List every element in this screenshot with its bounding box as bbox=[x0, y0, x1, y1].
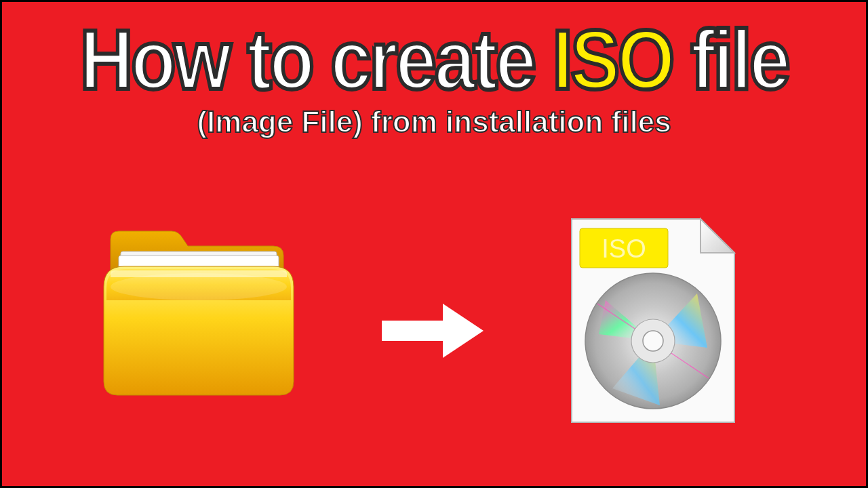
title-highlight: ISO bbox=[552, 13, 672, 106]
folder-icon bbox=[97, 226, 300, 402]
subtitle: (Image File) from installation files bbox=[2, 105, 866, 139]
iso-label: ISO bbox=[601, 235, 646, 263]
svg-point-2 bbox=[111, 273, 287, 300]
title-section: How to create ISO file (Image File) from… bbox=[2, 2, 866, 139]
main-title: How to create ISO file bbox=[54, 16, 814, 104]
iso-file-icon: ISO bbox=[565, 212, 741, 429]
illustration: ISO bbox=[2, 205, 866, 463]
arrow-icon bbox=[378, 300, 487, 361]
title-part1: How to create bbox=[80, 13, 553, 106]
svg-point-6 bbox=[643, 331, 663, 351]
title-part2: file bbox=[673, 13, 788, 106]
